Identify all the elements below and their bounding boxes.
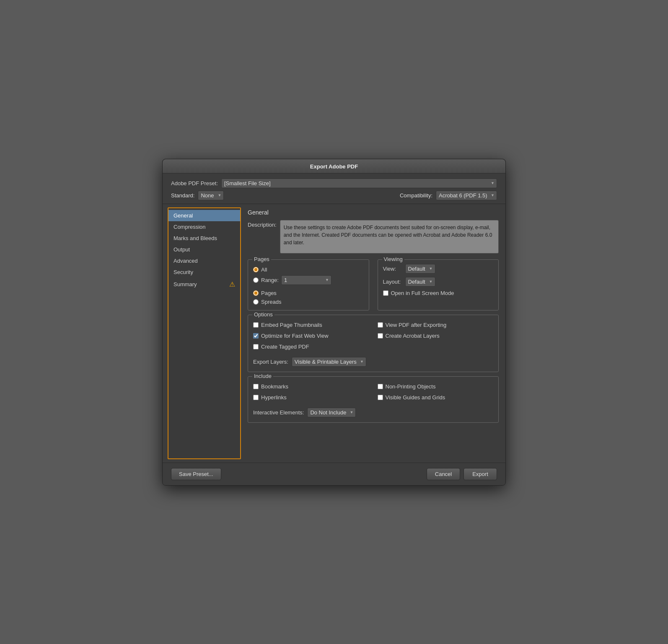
embed-thumbnails-label[interactable]: Embed Page Thumbnails [261, 322, 322, 328]
section-title: General [248, 209, 499, 216]
cancel-button[interactable]: Cancel [427, 468, 460, 480]
dialog-title: Export Adobe PDF [310, 163, 358, 170]
hyperlinks-label[interactable]: Hyperlinks [261, 394, 287, 401]
radio-all[interactable]: All [253, 266, 364, 273]
radio-all-label[interactable]: All [261, 266, 267, 273]
hyperlinks-item[interactable]: Hyperlinks [253, 394, 369, 401]
view-row: View: Default [383, 264, 494, 274]
visible-guides-checkbox[interactable] [378, 395, 383, 400]
sidebar-item-general[interactable]: General [168, 210, 240, 221]
radio-range-input[interactable] [253, 277, 259, 283]
sidebar-item-compression-label: Compression [173, 224, 206, 230]
description-row: Description: Use these settings to creat… [248, 220, 499, 253]
non-printing-label[interactable]: Non-Printing Objects [386, 383, 436, 390]
sidebar-item-output-label: Output [173, 246, 190, 253]
sidebar-item-output[interactable]: Output [168, 244, 240, 255]
create-tagged-item[interactable]: Create Tagged PDF [253, 344, 369, 350]
radio-range[interactable]: Range: 1 [253, 275, 364, 285]
compatibility-select-wrapper[interactable]: Acrobat 6 (PDF 1.5) [436, 191, 497, 200]
radio-spreads[interactable]: Spreads [253, 299, 364, 305]
top-controls: Adobe PDF Preset: [Smallest File Size] S… [163, 173, 505, 204]
optimize-web-item[interactable]: Optimize for Fast Web View [253, 333, 369, 339]
optimize-web-label[interactable]: Optimize for Fast Web View [261, 333, 329, 339]
full-screen-item[interactable]: Open in Full Screen Mode [383, 290, 494, 296]
compatibility-select[interactable]: Acrobat 6 (PDF 1.5) [436, 191, 497, 200]
bookmarks-item[interactable]: Bookmarks [253, 383, 369, 390]
interactive-elements-select-wrapper[interactable]: Do Not Include [307, 408, 356, 417]
view-label: View: [383, 266, 402, 272]
radio-pages-label[interactable]: Pages [261, 290, 277, 296]
standard-select[interactable]: None [198, 191, 224, 200]
preset-select[interactable]: [Smallest File Size] [221, 178, 497, 188]
export-pdf-dialog: Export Adobe PDF Adobe PDF Preset: [Smal… [162, 159, 506, 486]
content-area: General Description: Use these settings … [241, 204, 505, 463]
sidebar-item-compression[interactable]: Compression [168, 221, 240, 233]
create-tagged-checkbox[interactable] [253, 344, 259, 349]
compatibility-label: Compatibility: [400, 192, 432, 199]
full-screen-checkbox[interactable] [383, 290, 388, 296]
pages-group-title: Pages [252, 256, 271, 262]
embed-thumbnails-checkbox[interactable] [253, 322, 259, 328]
layout-select[interactable]: Default [405, 277, 435, 287]
range-select-wrapper[interactable]: 1 [281, 275, 331, 285]
radio-all-input[interactable] [253, 267, 259, 272]
pages-viewing-row: Pages All Range: 1 [248, 259, 499, 315]
non-printing-item[interactable]: Non-Printing Objects [378, 383, 494, 390]
create-acrobat-layers-label[interactable]: Create Acrobat Layers [386, 333, 440, 339]
interactive-elements-row: Interactive Elements: Do Not Include [253, 408, 493, 417]
sidebar-item-marks-and-bleeds[interactable]: Marks and Bleeds [168, 233, 240, 244]
bottom-bar: Save Preset... Cancel Export [163, 463, 505, 485]
export-layers-row: Export Layers: Visible & Printable Layer… [253, 357, 493, 367]
standard-select-wrapper[interactable]: None [198, 191, 224, 200]
optimize-web-checkbox[interactable] [253, 333, 259, 339]
interactive-elements-label: Interactive Elements: [253, 409, 304, 416]
options-grid: Embed Page Thumbnails View PDF after Exp… [253, 322, 493, 353]
radio-spreads-input[interactable] [253, 299, 259, 305]
sidebar-item-advanced[interactable]: Advanced [168, 255, 240, 266]
sidebar-item-summary[interactable]: Summary ⚠ [168, 278, 240, 291]
radio-range-label[interactable]: Range: [261, 277, 279, 283]
range-select[interactable]: 1 [281, 275, 331, 285]
sidebar-item-advanced-label: Advanced [173, 258, 198, 264]
main-area: General Compression Marks and Bleeds Out… [163, 204, 505, 463]
view-select[interactable]: Default [405, 264, 435, 274]
hyperlinks-checkbox[interactable] [253, 395, 259, 400]
non-printing-checkbox[interactable] [378, 384, 383, 389]
sidebar-item-security[interactable]: Security [168, 266, 240, 278]
interactive-elements-select[interactable]: Do Not Include [307, 408, 356, 417]
visible-guides-label[interactable]: Visible Guides and Grids [386, 394, 445, 401]
layout-select-wrapper[interactable]: Default [405, 277, 435, 287]
layout-row: Layout: Default [383, 277, 494, 287]
radio-spreads-label[interactable]: Spreads [261, 299, 281, 305]
export-layers-select-wrapper[interactable]: Visible & Printable Layers [292, 357, 366, 367]
bookmarks-label[interactable]: Bookmarks [261, 383, 288, 390]
full-screen-label[interactable]: Open in Full Screen Mode [391, 290, 454, 296]
radio-pages-input[interactable] [253, 290, 259, 296]
export-button[interactable]: Export [463, 468, 497, 480]
sidebar-item-security-label: Security [173, 269, 193, 275]
preset-select-wrapper[interactable]: [Smallest File Size] [221, 178, 497, 188]
sidebar-item-marks-label: Marks and Bleeds [173, 235, 217, 241]
description-box: Use these settings to create Adobe PDF d… [280, 220, 499, 253]
visible-guides-item[interactable]: Visible Guides and Grids [378, 394, 494, 401]
create-acrobat-layers-item[interactable]: Create Acrobat Layers [378, 333, 494, 339]
viewing-group-title: Viewing [382, 256, 404, 262]
bookmarks-checkbox[interactable] [253, 384, 259, 389]
options-group-title: Options [252, 311, 274, 318]
export-layers-select[interactable]: Visible & Printable Layers [292, 357, 366, 367]
include-group-title: Include [252, 373, 273, 379]
view-select-wrapper[interactable]: Default [405, 264, 435, 274]
save-preset-button[interactable]: Save Preset... [171, 468, 221, 480]
pages-radio-group: All Range: 1 [253, 266, 364, 305]
view-after-export-item[interactable]: View PDF after Exporting [378, 322, 494, 328]
title-bar: Export Adobe PDF [163, 159, 505, 173]
view-after-export-checkbox[interactable] [378, 322, 383, 328]
create-tagged-label[interactable]: Create Tagged PDF [261, 344, 309, 350]
create-acrobat-layers-checkbox[interactable] [378, 333, 383, 339]
sidebar-item-summary-label: Summary [173, 281, 197, 287]
radio-pages[interactable]: Pages [253, 290, 364, 296]
embed-thumbnails-item[interactable]: Embed Page Thumbnails [253, 322, 369, 328]
preset-row: Adobe PDF Preset: [Smallest File Size] [171, 178, 497, 188]
view-after-export-label[interactable]: View PDF after Exporting [386, 322, 447, 328]
standard-label: Standard: [171, 192, 194, 199]
